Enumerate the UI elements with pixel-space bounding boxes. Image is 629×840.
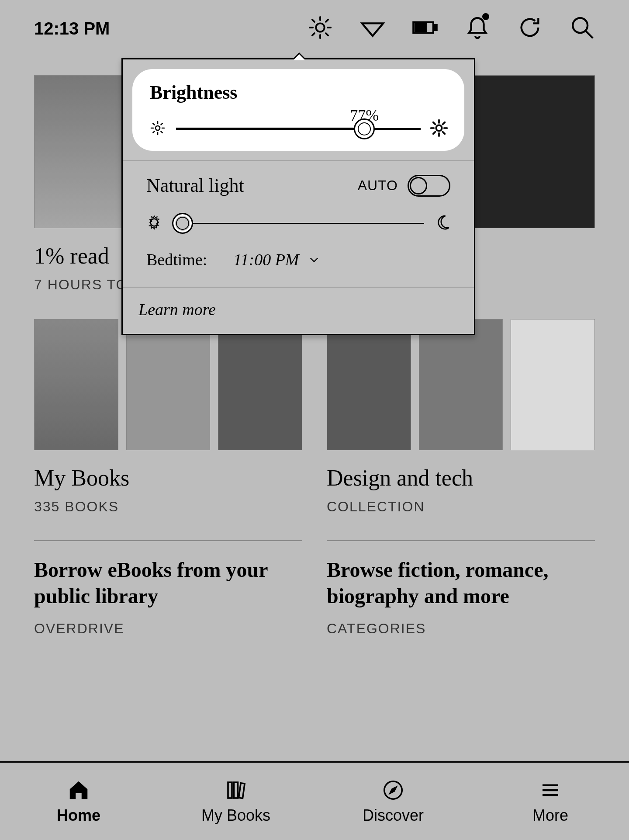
my-books-tile[interactable]: My Books 335 BOOKS: [34, 319, 302, 515]
status-icons: [308, 15, 595, 42]
svg-rect-10: [434, 25, 437, 30]
svg-line-20: [161, 132, 162, 133]
sun-max-icon: [430, 119, 448, 139]
search-icon[interactable]: [570, 15, 595, 42]
chevron-down-icon: [308, 253, 320, 266]
slider-thumb[interactable]: [354, 118, 375, 139]
svg-line-5: [312, 20, 314, 22]
nav-label: Home: [57, 806, 100, 825]
books-icon: [224, 778, 248, 802]
bedtime-value: 11:00 PM: [233, 250, 299, 269]
svg-marker-37: [390, 787, 396, 793]
book-cover: [419, 319, 503, 450]
svg-rect-35: [239, 783, 245, 798]
nav-home[interactable]: Home: [0, 763, 157, 840]
nav-more[interactable]: More: [472, 763, 629, 840]
natural-light-title: Natural light: [146, 174, 244, 197]
notification-dot: [482, 13, 489, 20]
home-icon: [67, 778, 90, 802]
sun-min-icon: [149, 119, 166, 139]
brightness-card: Brightness: [132, 69, 464, 151]
brightness-popover: Brightness: [121, 58, 475, 335]
compass-icon: [381, 778, 405, 802]
brightness-slider[interactable]: 77%: [150, 128, 447, 130]
nav-label: Discover: [363, 806, 424, 825]
collection-tile[interactable]: Design and tech COLLECTION: [327, 319, 595, 515]
natural-light-section: Natural light AUTO: [123, 161, 474, 287]
clock: 12:13 PM: [34, 19, 110, 38]
shelf-subtitle: 335 BOOKS: [34, 499, 302, 515]
sync-icon[interactable]: [517, 15, 543, 42]
promo-title: Browse fiction, romance, biography and m…: [327, 557, 595, 609]
brightness-icon[interactable]: [308, 15, 333, 42]
svg-rect-33: [228, 782, 232, 798]
svg-line-30: [433, 132, 435, 134]
svg-line-13: [585, 31, 593, 38]
svg-point-32: [151, 219, 158, 226]
book-cover: [34, 319, 118, 450]
shelf-title: My Books: [34, 465, 302, 491]
svg-point-12: [573, 18, 588, 33]
bottom-nav: Home My Books Discover More: [0, 761, 629, 840]
nav-label: More: [532, 806, 568, 825]
menu-icon: [539, 778, 562, 802]
svg-line-19: [153, 123, 154, 125]
shelf-subtitle: COLLECTION: [327, 499, 595, 515]
book-cover: [218, 319, 302, 450]
categories-link[interactable]: Browse fiction, romance, biography and m…: [327, 557, 595, 637]
svg-point-23: [436, 125, 442, 131]
svg-line-21: [153, 132, 154, 133]
auto-label: AUTO: [358, 177, 398, 194]
brightness-title: Brightness: [150, 81, 447, 104]
svg-point-14: [156, 126, 160, 130]
book-cover: [511, 319, 595, 450]
svg-rect-11: [415, 24, 426, 31]
svg-line-29: [442, 132, 445, 134]
book-cover: [327, 319, 411, 450]
promo-subtitle: OVERDRIVE: [34, 621, 302, 637]
nav-discover[interactable]: Discover: [314, 763, 472, 840]
learn-more-link[interactable]: Learn more: [123, 288, 474, 334]
warmth-slider[interactable]: [146, 223, 450, 224]
svg-line-31: [442, 122, 445, 125]
promo-title: Borrow eBooks from your public library: [34, 557, 302, 609]
shelf-title: Design and tech: [327, 465, 595, 491]
moon-icon: [434, 214, 451, 233]
svg-line-7: [312, 33, 314, 35]
status-bar: 12:13 PM: [0, 0, 629, 57]
svg-point-0: [316, 23, 324, 31]
book-cover: [126, 319, 211, 450]
auto-toggle[interactable]: [408, 175, 450, 197]
promo-subtitle: CATEGORIES: [327, 621, 595, 637]
wifi-icon[interactable]: [360, 15, 385, 42]
sun-outline-icon: [145, 214, 163, 233]
svg-line-22: [161, 123, 162, 125]
svg-line-6: [326, 33, 328, 35]
bedtime-dropdown[interactable]: 11:00 PM: [233, 250, 320, 269]
bedtime-label: Bedtime:: [146, 250, 207, 269]
svg-rect-34: [234, 782, 238, 798]
svg-line-28: [433, 122, 435, 125]
overdrive-link[interactable]: Borrow eBooks from your public library O…: [34, 557, 302, 637]
book-cover[interactable]: [461, 75, 595, 228]
svg-line-8: [326, 20, 328, 22]
slider-thumb[interactable]: [172, 213, 193, 234]
battery-icon[interactable]: [412, 15, 438, 42]
nav-my-books[interactable]: My Books: [157, 763, 314, 840]
notifications-icon[interactable]: [465, 15, 490, 42]
nav-label: My Books: [201, 806, 270, 825]
